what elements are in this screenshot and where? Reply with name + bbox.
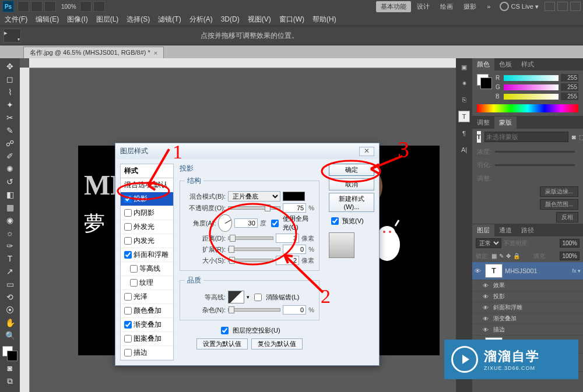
3d-tool-icon[interactable]: ⟲ (3, 291, 16, 303)
stamp-tool-icon[interactable]: ✺ (3, 163, 16, 175)
style-option-光泽[interactable]: 光泽 (121, 290, 173, 304)
menu-filter[interactable]: 滤镜(T) (154, 13, 184, 26)
screenmode-icon[interactable]: ⧉ (3, 375, 16, 387)
style-checkbox[interactable] (124, 321, 132, 329)
quickmask-icon[interactable]: ◙ (3, 362, 16, 374)
toolbar-btn[interactable] (17, 1, 29, 12)
color-swatches[interactable] (2, 346, 17, 361)
visibility-icon[interactable]: 👁 (483, 327, 491, 333)
hand-tool-icon[interactable]: ✋ (3, 317, 16, 329)
tab-channels[interactable]: 通道 (494, 224, 517, 236)
layer-effect-item[interactable]: 👁效果 (472, 280, 583, 291)
crop-tool-icon[interactable]: ✂ (3, 112, 16, 123)
spread-input[interactable] (283, 245, 306, 254)
zoom-tool-icon[interactable]: 🔍 (3, 330, 16, 341)
dodge-tool-icon[interactable]: ☼ (3, 227, 16, 239)
global-light-checkbox[interactable] (271, 220, 279, 227)
tab-mask[interactable]: 蒙版 (494, 116, 517, 129)
shadow-color-swatch[interactable] (283, 192, 305, 201)
opacity-slider[interactable] (228, 206, 280, 210)
visibility-icon[interactable]: 👁 (483, 294, 491, 300)
style-checkbox[interactable] (130, 265, 138, 273)
eyedropper-tool-icon[interactable]: ✎ (3, 125, 16, 136)
style-option-斜面和浮雕[interactable]: 斜面和浮雕 (121, 248, 173, 262)
noise-slider[interactable] (228, 308, 280, 312)
style-option-等高线[interactable]: 等高线 (121, 262, 173, 276)
cslive-button[interactable]: CS Live ▾ (500, 2, 539, 11)
workspace-design[interactable]: 设计 (412, 1, 434, 12)
lock-pixels-icon[interactable]: ✎ (499, 253, 504, 259)
reset-default-button[interactable]: 复位为默认值 (251, 338, 303, 349)
paragraph-panel-icon[interactable]: ¶ (459, 128, 469, 139)
fx-badge[interactable]: fx ▾ (572, 268, 581, 274)
size-input[interactable] (276, 256, 299, 265)
set-default-button[interactable]: 设置为默认值 (196, 338, 248, 349)
pixel-mask-icon[interactable]: ◙ (572, 133, 576, 140)
size-slider[interactable] (228, 259, 273, 262)
mask-edge-button[interactable]: 蒙版边缘... (540, 186, 578, 197)
spread-slider[interactable] (228, 248, 280, 251)
style-option-投影[interactable]: 投影 (121, 192, 173, 206)
color-swatches[interactable] (477, 74, 492, 89)
type-panel-icon[interactable]: T (458, 111, 470, 122)
style-option-描边[interactable]: 描边 (121, 346, 173, 360)
toolbar-btn[interactable] (80, 1, 92, 12)
menu-help[interactable]: 帮助(H) (309, 13, 340, 26)
style-checkbox[interactable] (130, 279, 138, 287)
style-checkbox[interactable] (124, 293, 132, 301)
opacity-input[interactable] (283, 203, 306, 213)
brush-tool-icon[interactable]: ✐ (3, 150, 16, 162)
pen-tool-icon[interactable]: ✑ (3, 240, 16, 252)
cancel-button[interactable]: 取消 (329, 178, 374, 190)
style-option-内阴影[interactable]: 内阴影 (121, 206, 173, 220)
eraser-tool-icon[interactable]: ◧ (3, 189, 16, 200)
layer-opacity[interactable]: 100% (560, 239, 580, 248)
menu-3d[interactable]: 3D(D) (217, 14, 243, 24)
g-value[interactable]: 255 (561, 83, 578, 91)
heal-tool-icon[interactable]: ☍ (3, 137, 16, 149)
restore-icon[interactable] (557, 2, 568, 11)
visibility-icon[interactable]: 👁 (483, 282, 491, 289)
visibility-icon[interactable]: 👁 (475, 267, 483, 274)
visibility-icon[interactable]: 👁 (483, 316, 491, 322)
lock-position-icon[interactable]: ✥ (506, 253, 511, 259)
preview-checkbox[interactable] (331, 217, 339, 225)
r-slider[interactable] (504, 75, 559, 81)
lasso-tool-icon[interactable]: ⌇ (3, 86, 16, 98)
toolbar-btn[interactable] (31, 1, 43, 12)
invert-button[interactable]: 反相 (556, 212, 578, 223)
3d-camera-icon[interactable]: ⦿ (3, 304, 16, 316)
spectrum-bar[interactable] (477, 104, 578, 112)
menu-image[interactable]: 图像(I) (64, 13, 91, 26)
blur-tool-icon[interactable]: ◉ (3, 214, 16, 226)
gradient-tool-icon[interactable]: ▦ (3, 202, 16, 213)
color-range-button[interactable]: 颜色范围... (540, 199, 578, 210)
marquee-tool-icon[interactable]: ◻ (3, 73, 16, 85)
b-value[interactable]: 255 (561, 93, 578, 100)
angle-input[interactable] (234, 218, 258, 228)
menu-select[interactable]: 选择(S) (123, 13, 153, 26)
style-option-颜色叠加[interactable]: 颜色叠加 (121, 304, 173, 318)
brush-panel-icon[interactable]: ✷ (459, 78, 469, 89)
blend-mode-select[interactable]: 正常 (476, 238, 501, 248)
type-tool-icon[interactable]: T (3, 253, 16, 264)
dialog-close-icon[interactable]: ✕ (359, 147, 374, 156)
style-checkbox[interactable] (124, 209, 132, 217)
tab-layers[interactable]: 图层 (472, 224, 494, 236)
distance-input[interactable] (276, 234, 299, 243)
menu-window[interactable]: 窗口(W) (276, 13, 308, 26)
toolbar-btn[interactable] (93, 1, 105, 12)
lock-all-icon[interactable]: 🔒 (513, 253, 520, 259)
ok-button[interactable]: 确定 (329, 164, 374, 176)
style-option-内发光[interactable]: 内发光 (121, 234, 173, 248)
visibility-icon[interactable]: 👁 (483, 305, 491, 311)
noise-input[interactable] (283, 305, 306, 315)
move-tool-icon[interactable]: ✥ (3, 61, 16, 72)
wand-tool-icon[interactable]: ✦ (3, 99, 16, 111)
menu-edit[interactable]: 编辑(E) (32, 13, 62, 26)
style-list-header[interactable]: 样式 (121, 164, 173, 178)
workspace-essentials[interactable]: 基本功能 (376, 1, 411, 12)
workspace-painting[interactable]: 绘画 (436, 1, 458, 12)
layer-effect-item[interactable]: 👁投影 (472, 291, 583, 302)
angle-dial[interactable] (218, 214, 231, 232)
